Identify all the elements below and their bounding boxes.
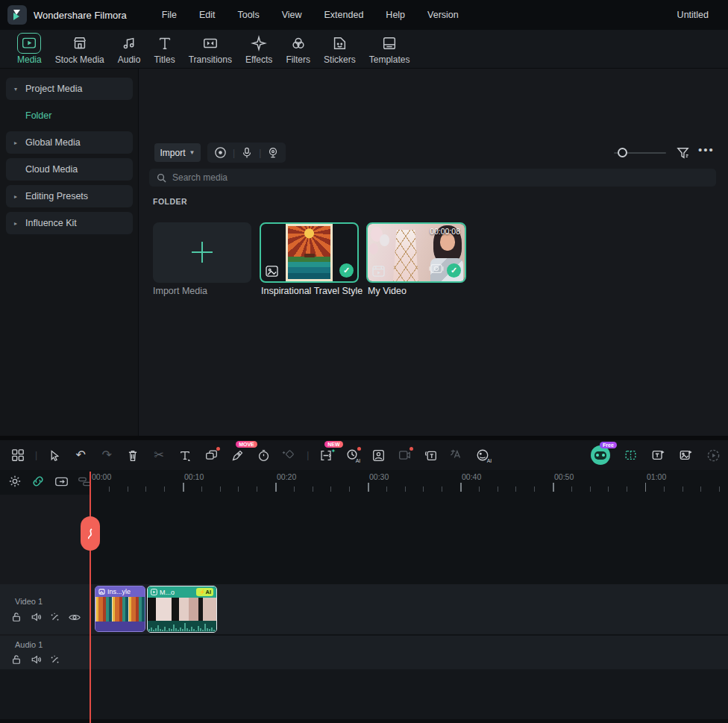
image-type-icon (266, 266, 278, 277)
section-header: FOLDER (153, 197, 187, 206)
ruler-label: 01:00 (647, 472, 666, 481)
card-label: Import Media (153, 286, 207, 296)
ai-voice-icon[interactable]: AI (474, 446, 492, 464)
link-clips-icon[interactable] (31, 474, 46, 489)
timeline-toolbar: | ↶ ↷ ✂ MOVE | NEW ✦ AI (0, 440, 728, 470)
search-bar[interactable] (149, 169, 716, 187)
search-input[interactable] (172, 172, 709, 183)
sidebar-item-influence-kit[interactable]: ▸ Influence Kit (6, 212, 133, 234)
timeline-clip-my-video[interactable]: M...o ⚡AI (147, 586, 217, 633)
import-media-card[interactable] (153, 222, 251, 283)
audio-track-row (0, 636, 728, 669)
keyframe-icon[interactable] (280, 446, 298, 464)
timeline-settings-gear-icon[interactable] (7, 474, 22, 489)
auto-ripple-icon[interactable] (54, 474, 69, 489)
webcam-icon[interactable] (267, 146, 279, 159)
tab-effects[interactable]: Effects (239, 30, 279, 69)
menu-file[interactable]: File (151, 0, 188, 30)
smart-scene-cut-icon[interactable] (621, 446, 639, 464)
tab-stock-media[interactable]: Stock Media (48, 30, 111, 69)
sticker-face-icon (331, 33, 348, 54)
media-card-inspirational-travel-style[interactable]: ✓ (260, 222, 359, 283)
pen-tool-icon[interactable]: MOVE (228, 446, 246, 464)
translate-icon[interactable] (448, 446, 465, 464)
undo-icon[interactable]: ↶ (72, 446, 90, 464)
crop-overlay-icon[interactable] (202, 446, 220, 464)
video-denoise-icon[interactable] (395, 446, 413, 464)
tab-media[interactable]: Media (10, 30, 48, 69)
ai-copilot-icon[interactable]: Free (589, 446, 612, 464)
record-tools-group: | | (207, 143, 286, 163)
menu-tools[interactable]: Tools (226, 0, 270, 30)
magic-wand-icon[interactable] (49, 654, 61, 666)
tab-templates[interactable]: Templates (363, 30, 417, 69)
timeline-header-icons (7, 474, 92, 489)
filter-funnel-icon[interactable] (676, 145, 690, 160)
video-type-icon (151, 589, 157, 595)
mute-track-icon[interactable] (30, 654, 42, 666)
text-tool-icon[interactable] (176, 446, 194, 464)
caret-down-icon[interactable]: ▾ (6, 86, 25, 93)
magnetic-timeline-icon[interactable]: NEW ✦ (317, 446, 335, 464)
tab-audio[interactable]: Audio (111, 30, 148, 69)
caret-right-icon[interactable]: ▸ (6, 193, 25, 200)
mute-track-icon[interactable] (30, 611, 42, 623)
tab-stickers[interactable]: Stickers (317, 30, 363, 69)
lock-track-icon[interactable] (10, 654, 22, 666)
export-titles-icon[interactable] (649, 446, 667, 464)
layout-grid-icon[interactable] (9, 446, 27, 464)
caret-right-icon[interactable]: ▸ (6, 220, 25, 227)
menu-version[interactable]: Version (416, 0, 470, 30)
render-preview-icon[interactable] (704, 446, 722, 464)
sidebar-item-folder[interactable]: Folder (6, 104, 133, 127)
portrait-cutout-icon[interactable] (369, 446, 387, 464)
ruler-label: 00:10 (184, 472, 204, 481)
menu-view[interactable]: View (271, 0, 313, 30)
storefront-icon (72, 33, 88, 54)
travel-poster-thumbnail (286, 224, 333, 281)
track-label: Video 1 (15, 597, 43, 606)
timeline-clip-travel-style[interactable]: Ins...yle (95, 586, 145, 632)
tab-transitions[interactable]: Transitions (182, 30, 239, 69)
zoom-slider-knob[interactable] (618, 148, 627, 157)
screen-record-icon[interactable] (214, 146, 227, 159)
lock-track-icon[interactable] (10, 611, 22, 623)
export-still-icon[interactable] (677, 446, 694, 464)
menu-items: File Edit Tools View Extended Help Versi… (151, 0, 470, 30)
audio-track-lane[interactable] (90, 636, 728, 669)
caret-right-icon[interactable]: ▸ (6, 140, 25, 146)
microphone-icon[interactable] (241, 146, 253, 159)
effects-star-icon (251, 33, 267, 54)
menu-help[interactable]: Help (374, 0, 416, 30)
card-label: My Video (368, 286, 407, 296)
sidebar-item-global-media[interactable]: ▸ Global Media (6, 131, 133, 154)
more-options-icon[interactable]: ••• (698, 143, 715, 156)
delete-icon[interactable] (124, 446, 142, 464)
tab-titles[interactable]: Titles (147, 30, 181, 69)
ruler-label: 00:40 (462, 472, 481, 481)
clip-audio-waveform (148, 621, 216, 632)
sidebar-item-cloud-media[interactable]: Cloud Media (6, 158, 133, 181)
select-tool-icon[interactable] (46, 446, 63, 464)
menu-extended[interactable]: Extended (313, 0, 375, 30)
redo-icon[interactable]: ↷ (98, 446, 116, 464)
speech-to-text-icon[interactable] (421, 446, 439, 464)
split-scissors-icon[interactable]: ✂ (150, 446, 168, 464)
playhead-handle[interactable] (81, 516, 100, 551)
import-button[interactable]: Import ▼ (154, 143, 201, 162)
media-sidebar: ▾ Project Media Folder ▸ Global Media Cl… (0, 69, 139, 436)
timer-icon[interactable] (254, 446, 272, 464)
magic-wand-icon[interactable] (49, 611, 61, 623)
tab-filters[interactable]: Filters (279, 30, 317, 69)
new-badge: NEW (324, 441, 342, 448)
filmora-logo-icon (7, 5, 27, 25)
playhead-line[interactable] (90, 472, 91, 723)
sidebar-item-project-media[interactable]: ▾ Project Media (6, 78, 133, 100)
ai-audio-stretch-icon[interactable]: AI (343, 446, 361, 464)
sidebar-item-editing-presets[interactable]: ▸ Editing Presets (6, 185, 133, 207)
menu-edit[interactable]: Edit (188, 0, 227, 30)
timeline-ruler[interactable]: 00:00 00:10 00:20 00:30 00:40 00:50 01:0… (90, 470, 728, 495)
hide-track-eye-icon[interactable] (69, 611, 81, 623)
card-label: Inspirational Travel Style (261, 286, 363, 296)
media-card-my-video[interactable]: 00:00:08 ✓ (366, 222, 466, 283)
